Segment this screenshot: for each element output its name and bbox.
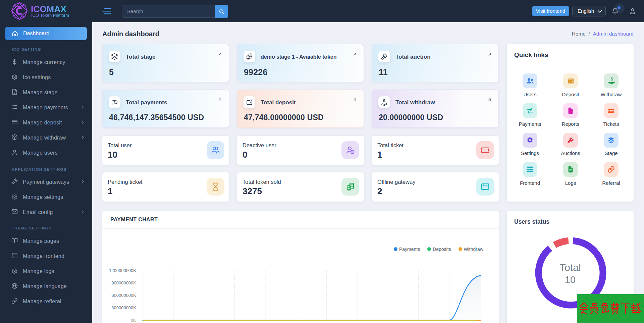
svg-text:$: $ <box>610 77 613 82</box>
